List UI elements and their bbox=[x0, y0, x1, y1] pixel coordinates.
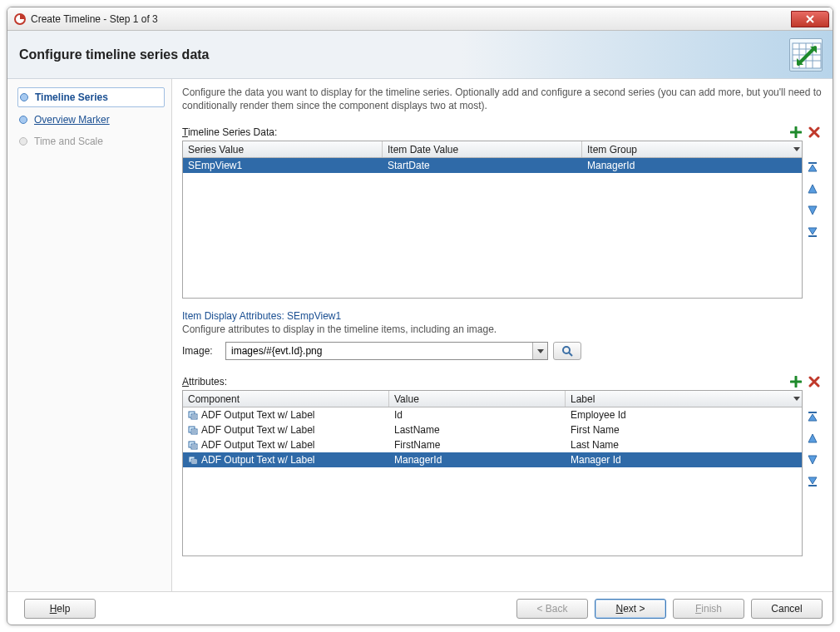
svg-rect-8 bbox=[808, 162, 817, 164]
svg-rect-13 bbox=[191, 414, 197, 419]
add-attribute-button[interactable] bbox=[788, 373, 804, 390]
svg-rect-9 bbox=[808, 235, 817, 237]
back-button[interactable]: < Back bbox=[516, 599, 588, 619]
move-bottom-icon bbox=[807, 476, 818, 487]
image-input[interactable] bbox=[226, 343, 532, 359]
page-title: Configure timeline series data bbox=[19, 47, 210, 62]
step-description: Configure the data you want to display f… bbox=[182, 86, 823, 112]
next-button[interactable]: Next > bbox=[595, 599, 666, 619]
attr-col-component[interactable]: Component bbox=[183, 391, 389, 407]
attributes-section-label: Attributes: bbox=[182, 376, 788, 388]
component-icon bbox=[188, 410, 198, 420]
dialog-window: Create Timeline - Step 1 of 3 Configure … bbox=[7, 7, 833, 625]
component-icon bbox=[188, 440, 198, 450]
image-browse-button[interactable] bbox=[553, 342, 581, 360]
series-section-label: Timeline Series Data: bbox=[182, 126, 788, 138]
move-down-icon bbox=[807, 205, 818, 216]
move-top-icon bbox=[807, 161, 818, 173]
delete-icon bbox=[808, 126, 820, 138]
app-icon bbox=[14, 13, 26, 25]
move-up-icon bbox=[807, 432, 818, 444]
delete-icon bbox=[808, 376, 820, 388]
attributes-row[interactable]: ADF Output Text w/ LabelLastNameFirst Na… bbox=[183, 422, 802, 437]
series-row[interactable]: SEmpView1 StartDate ManagerId bbox=[183, 158, 802, 173]
add-series-button[interactable] bbox=[788, 124, 804, 141]
attr-col-label[interactable]: Label bbox=[566, 391, 802, 407]
delete-attribute-button[interactable] bbox=[806, 373, 823, 390]
chevron-down-icon bbox=[537, 349, 544, 353]
close-button[interactable] bbox=[791, 11, 829, 27]
svg-rect-21 bbox=[191, 444, 197, 449]
add-icon bbox=[790, 126, 802, 138]
series-move-up-button[interactable] bbox=[804, 180, 821, 197]
svg-rect-25 bbox=[191, 459, 197, 464]
timeline-glyph-icon bbox=[789, 38, 823, 72]
component-icon bbox=[188, 455, 198, 465]
move-bottom-icon bbox=[807, 226, 818, 238]
attr-move-bottom-button[interactable] bbox=[804, 473, 821, 490]
attributes-table-header: Component Value Label bbox=[183, 391, 802, 407]
attr-move-top-button[interactable] bbox=[804, 408, 821, 425]
svg-point-10 bbox=[563, 347, 570, 353]
delete-series-button[interactable] bbox=[806, 124, 823, 141]
cancel-button[interactable]: Cancel bbox=[751, 599, 823, 619]
nav-step-timeline-series[interactable]: Timeline Series bbox=[17, 87, 165, 107]
attributes-row[interactable]: ADF Output Text w/ LabelManagerIdManager… bbox=[183, 452, 802, 467]
series-table-header: Series Value Item Date Value Item Group bbox=[183, 141, 802, 158]
series-table[interactable]: Series Value Item Date Value Item Group … bbox=[182, 141, 803, 299]
attr-move-down-button[interactable] bbox=[804, 452, 821, 468]
svg-line-11 bbox=[569, 353, 572, 356]
series-move-down-button[interactable] bbox=[804, 202, 821, 219]
nav-step-time-and-scale: Time and Scale bbox=[17, 132, 165, 151]
image-dropdown-button[interactable] bbox=[532, 343, 547, 359]
series-col-item-date-value[interactable]: Item Date Value bbox=[383, 141, 582, 157]
help-button[interactable]: Help bbox=[24, 599, 96, 619]
search-icon bbox=[561, 345, 573, 357]
item-display-heading: Item Display Attributes: SEmpView1 bbox=[182, 310, 823, 322]
attributes-row[interactable]: ADF Output Text w/ LabelFirstNameLast Na… bbox=[183, 437, 802, 452]
series-col-item-group[interactable]: Item Group bbox=[582, 141, 802, 157]
nav-step-overview-marker[interactable]: Overview Marker bbox=[17, 111, 165, 129]
svg-rect-28 bbox=[808, 412, 817, 413]
titlebar: Create Timeline - Step 1 of 3 bbox=[7, 7, 833, 31]
chevron-down-icon bbox=[793, 397, 800, 401]
attributes-table-body: ADF Output Text w/ LabelIdEmployee IdADF… bbox=[183, 407, 802, 467]
component-icon bbox=[188, 425, 198, 435]
svg-rect-1 bbox=[793, 43, 821, 68]
wizard-nav: Timeline Series Overview Marker Time and… bbox=[7, 79, 172, 591]
move-top-icon bbox=[807, 411, 818, 422]
image-combo[interactable] bbox=[225, 342, 548, 360]
chevron-down-icon bbox=[793, 147, 800, 151]
item-display-desc: Configure attributes to display in the t… bbox=[182, 323, 823, 335]
attributes-table[interactable]: Component Value Label ADF Output Text w/… bbox=[182, 390, 803, 556]
header-band: Configure timeline series data bbox=[7, 31, 833, 79]
series-move-bottom-button[interactable] bbox=[804, 224, 821, 240]
attr-move-up-button[interactable] bbox=[804, 430, 821, 447]
series-col-series-value[interactable]: Series Value bbox=[183, 141, 383, 157]
image-label: Image: bbox=[182, 345, 220, 357]
series-move-top-button[interactable] bbox=[804, 159, 821, 175]
attr-col-value[interactable]: Value bbox=[389, 391, 566, 407]
move-down-icon bbox=[807, 454, 818, 466]
svg-rect-17 bbox=[191, 429, 197, 434]
add-icon bbox=[790, 376, 802, 388]
finish-button[interactable]: Finish bbox=[673, 599, 744, 619]
series-table-body: SEmpView1 StartDate ManagerId bbox=[183, 158, 802, 173]
svg-rect-29 bbox=[808, 485, 817, 486]
move-up-icon bbox=[807, 183, 818, 195]
window-title: Create Timeline - Step 1 of 3 bbox=[31, 13, 791, 25]
wizard-footer: Help < Back Next > Finish Cancel bbox=[7, 591, 833, 625]
attributes-row[interactable]: ADF Output Text w/ LabelIdEmployee Id bbox=[183, 407, 802, 422]
